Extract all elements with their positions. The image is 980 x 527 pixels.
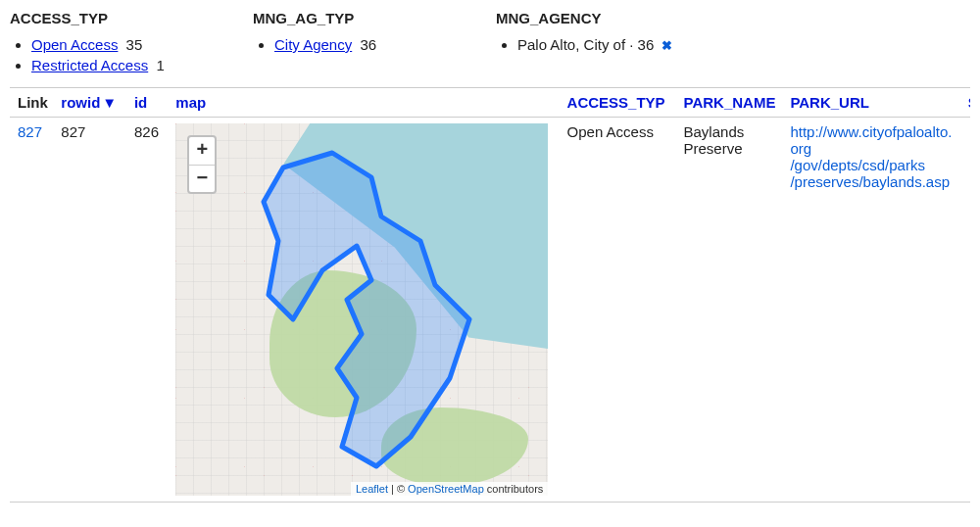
col-header-park-name[interactable]: PARK_NAME bbox=[676, 88, 783, 118]
col-header-access-typ[interactable]: ACCESS_TYP bbox=[560, 88, 676, 118]
facet-item: Restricted Access 1 bbox=[31, 57, 223, 73]
osm-link[interactable]: OpenStreetMap bbox=[408, 483, 484, 495]
cell-extra bbox=[960, 118, 970, 503]
facet-selected-label: Palo Alto, City of · 36 bbox=[517, 36, 654, 53]
facet-link-restricted-access[interactable]: Restricted Access bbox=[31, 57, 148, 73]
col-header-id[interactable]: id bbox=[126, 88, 168, 118]
col-header-park-url[interactable]: PARK_URL bbox=[782, 88, 959, 118]
cell-access-typ: Open Access bbox=[560, 118, 676, 503]
facet-row: ACCESS_TYP Open Access 35 Restricted Acc… bbox=[10, 10, 970, 77]
table-row: 827 827 826 + − Leaflet bbox=[10, 118, 970, 503]
facet-item: City Agency 36 bbox=[274, 36, 466, 53]
facet-link-open-access[interactable]: Open Access bbox=[31, 36, 118, 53]
facet-title-mng-agency: MNG_AGENCY bbox=[496, 10, 672, 26]
map-attribution: Leaflet | © OpenStreetMap contributors bbox=[351, 482, 548, 496]
facet-title-mng-ag-typ: MNG_AG_TYP bbox=[253, 10, 466, 26]
map-polygon-overlay bbox=[175, 123, 548, 496]
results-table: Link rowid▼ id map ACCESS_TYP PARK_NAME … bbox=[10, 87, 970, 503]
facet-access-typ: ACCESS_TYP Open Access 35 Restricted Acc… bbox=[10, 10, 253, 77]
facet-count: 36 bbox=[360, 36, 376, 53]
facet-count: 1 bbox=[156, 57, 164, 73]
facet-item: Palo Alto, City of · 36 ✖ bbox=[517, 36, 672, 53]
table-header-row: Link rowid▼ id map ACCESS_TYP PARK_NAME … bbox=[10, 88, 970, 118]
zoom-control: + − bbox=[187, 135, 217, 194]
facet-mng-ag-typ: MNG_AG_TYP City Agency 36 bbox=[253, 10, 496, 77]
zoom-in-button[interactable]: + bbox=[189, 137, 215, 165]
cell-map: + − Leaflet | © OpenStreetMap contributo… bbox=[168, 118, 559, 503]
facet-count: 35 bbox=[126, 36, 143, 53]
facet-link-city-agency[interactable]: City Agency bbox=[274, 36, 352, 53]
cell-rowid: 827 bbox=[53, 118, 126, 503]
col-header-rowid[interactable]: rowid▼ bbox=[53, 88, 126, 118]
cell-park-url[interactable]: http://www.cityofpaloalto.org /gov/depts… bbox=[782, 118, 959, 503]
cell-park-name: Baylands Preserve bbox=[676, 118, 783, 503]
facet-title-access-typ: ACCESS_TYP bbox=[10, 10, 223, 26]
sort-desc-icon: ▼ bbox=[102, 94, 117, 111]
cell-link[interactable]: 827 bbox=[10, 118, 53, 503]
col-header-map[interactable]: map bbox=[168, 88, 559, 118]
cell-id: 826 bbox=[126, 118, 168, 503]
remove-filter-icon[interactable]: ✖ bbox=[662, 38, 672, 53]
col-header-link: Link bbox=[10, 88, 53, 118]
col-header-extra[interactable]: S bbox=[960, 88, 970, 118]
col-header-rowid-label: rowid bbox=[61, 94, 100, 111]
facet-mng-agency: MNG_AGENCY Palo Alto, City of · 36 ✖ bbox=[496, 10, 702, 77]
facet-item: Open Access 35 bbox=[31, 36, 223, 53]
zoom-out-button[interactable]: − bbox=[189, 165, 215, 192]
leaflet-link[interactable]: Leaflet bbox=[356, 483, 388, 495]
map-widget[interactable]: + − Leaflet | © OpenStreetMap contributo… bbox=[175, 123, 548, 496]
